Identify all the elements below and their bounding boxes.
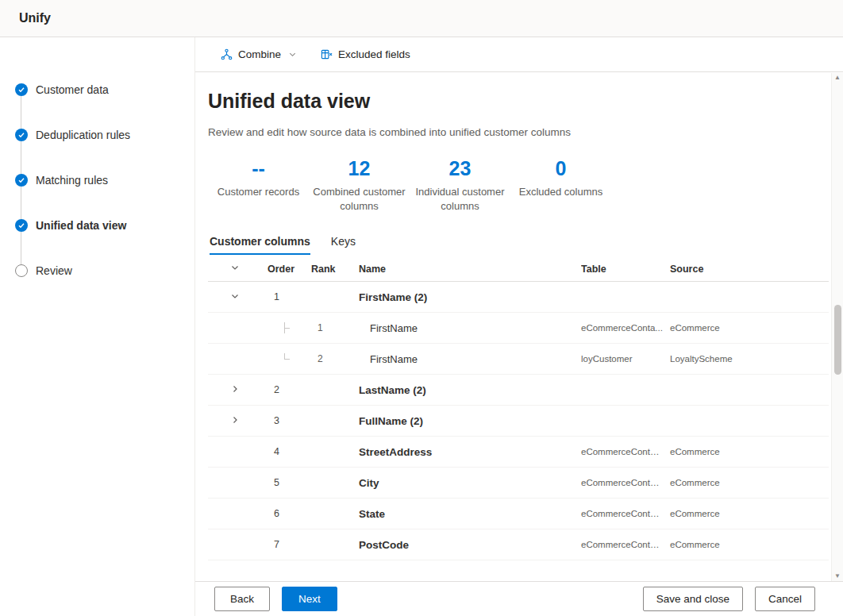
order-cell: 5: [268, 477, 311, 488]
content-area: Unified data view Review and edit how so…: [195, 72, 843, 581]
combine-menu-button[interactable]: Combine: [221, 48, 297, 60]
stat-customer-records: -- Customer records: [208, 157, 309, 213]
check-circle-icon: [15, 83, 28, 96]
source-cell: eCommerce: [670, 447, 829, 456]
table-child-row[interactable]: 1 FirstName eCommerceConta... eCommerce: [208, 313, 829, 344]
chevron-right-icon: [230, 414, 240, 427]
table-row[interactable]: 4 StreetAddress eCommerceContacts eComme…: [208, 437, 829, 468]
table-row[interactable]: 3 FullName (2): [208, 406, 829, 437]
step-deduplication-rules[interactable]: Deduplication rules: [0, 112, 194, 157]
column-header-source[interactable]: Source: [670, 264, 829, 275]
unified-columns-table: Order Rank Name Table Source 1 FirstNa: [208, 256, 829, 560]
stat-individual-columns: 23 Individual customer columns: [410, 157, 510, 213]
table-row[interactable]: 6 State eCommerceContacts eCommerce: [208, 499, 829, 529]
table-cell: eCommerceContacts: [581, 540, 670, 549]
page-subtitle: Review and edit how source data is combi…: [208, 126, 829, 138]
combine-icon: [221, 48, 233, 60]
column-header-order[interactable]: Order: [268, 264, 311, 275]
name-cell: FirstName: [355, 322, 581, 334]
source-cell: eCommerce: [670, 478, 829, 487]
collapse-all-button[interactable]: [208, 263, 268, 275]
step-matching-rules[interactable]: Matching rules: [0, 157, 194, 202]
name-cell: LastName (2): [355, 384, 581, 396]
table-row[interactable]: 5 City eCommerceContacts eCommerce: [208, 468, 829, 499]
tab-customer-columns[interactable]: Customer columns: [210, 235, 310, 255]
name-cell: FirstName (2): [355, 291, 581, 303]
scrollbar-thumb[interactable]: [834, 305, 841, 375]
check-circle-icon: [15, 219, 28, 232]
table-child-row[interactable]: 2 FirstName loyCustomer LoyaltyScheme: [208, 344, 829, 375]
order-cell: 6: [268, 508, 311, 519]
column-header-rank[interactable]: Rank: [311, 264, 355, 275]
name-cell: State: [355, 508, 581, 520]
table-cell: eCommerceContacts: [581, 509, 670, 518]
scroll-down-arrow-icon[interactable]: ▼: [834, 573, 841, 579]
stat-value: 12: [309, 157, 410, 180]
tab-keys[interactable]: Keys: [331, 235, 356, 255]
save-and-close-button[interactable]: Save and close: [643, 587, 743, 611]
row-expander[interactable]: [208, 291, 268, 303]
order-cell: 1: [268, 291, 311, 302]
table-row[interactable]: 2 LastName (2): [208, 375, 829, 406]
name-cell: PostCode: [355, 539, 581, 551]
chevron-down-icon: [230, 263, 240, 275]
wizard-footer: Back Next Save and close Cancel: [195, 581, 843, 616]
column-header-name[interactable]: Name: [355, 264, 581, 275]
name-cell: FirstName: [355, 353, 581, 365]
step-label: Unified data view: [36, 219, 126, 232]
stats-row: -- Customer records 12 Combined customer…: [208, 157, 829, 213]
rank-cell: 1: [311, 322, 355, 333]
empty-circle-icon: [15, 264, 28, 277]
wizard-stepper-sidebar: Customer data Deduplication rules Matchi…: [0, 37, 195, 616]
stat-label: Customer records: [208, 185, 309, 199]
step-review[interactable]: Review: [0, 248, 194, 293]
table-cell: loyCustomer: [581, 354, 670, 364]
source-cell: LoyaltyScheme: [670, 354, 829, 364]
step-label: Matching rules: [36, 174, 108, 187]
row-expander[interactable]: [208, 414, 268, 427]
excluded-fields-label: Excluded fields: [338, 48, 410, 60]
name-cell: City: [355, 477, 581, 489]
source-cell: eCommerce: [670, 509, 829, 518]
stat-label: Combined customer columns: [309, 185, 410, 213]
step-customer-data[interactable]: Customer data: [0, 67, 194, 112]
step-label: Review: [36, 264, 72, 277]
step-label: Customer data: [36, 83, 109, 96]
table-row[interactable]: 7 PostCode eCommerceContacts eCommerce: [208, 529, 829, 560]
column-header-table[interactable]: Table: [581, 264, 670, 275]
order-cell: 2: [268, 384, 311, 395]
stat-combined-columns: 12 Combined customer columns: [309, 157, 410, 213]
vertical-scrollbar[interactable]: ▲ ▼: [831, 73, 843, 581]
step-unified-data-view[interactable]: Unified data view: [0, 202, 194, 248]
row-expander[interactable]: [208, 383, 268, 396]
excluded-fields-button[interactable]: Excluded fields: [321, 48, 410, 60]
cancel-button[interactable]: Cancel: [755, 587, 815, 611]
next-button[interactable]: Next: [282, 587, 337, 611]
tab-bar: Customer columns Keys: [208, 235, 829, 255]
app-title: Unify: [19, 11, 51, 25]
scroll-up-arrow-icon[interactable]: ▲: [834, 75, 841, 81]
back-button[interactable]: Back: [214, 587, 270, 611]
source-cell: eCommerce: [670, 540, 829, 549]
stat-value: 0: [510, 157, 611, 180]
stat-excluded-columns: 0 Excluded columns: [510, 157, 611, 213]
table-row[interactable]: 1 FirstName (2): [208, 282, 829, 313]
command-bar: Combine Excluded fields: [195, 37, 843, 72]
top-app-bar: Unify: [0, 0, 843, 37]
table-cell: eCommerceConta...: [581, 323, 670, 333]
name-cell: FullName (2): [355, 415, 581, 427]
name-cell: StreetAddress: [355, 446, 581, 458]
chevron-down-icon: [230, 291, 240, 303]
table-header-row: Order Rank Name Table Source: [208, 256, 829, 282]
table-cell: eCommerceContacts: [581, 447, 670, 456]
page-title: Unified data view: [208, 90, 829, 113]
table-cell: eCommerceContacts: [581, 478, 670, 487]
check-circle-icon: [15, 174, 28, 187]
rank-cell: 2: [311, 353, 355, 364]
check-circle-icon: [15, 129, 28, 141]
stat-label: Individual customer columns: [410, 185, 510, 213]
stat-label: Excluded columns: [510, 185, 611, 199]
chevron-right-icon: [230, 383, 240, 396]
order-cell: 4: [268, 446, 311, 457]
order-cell: 3: [268, 415, 311, 426]
